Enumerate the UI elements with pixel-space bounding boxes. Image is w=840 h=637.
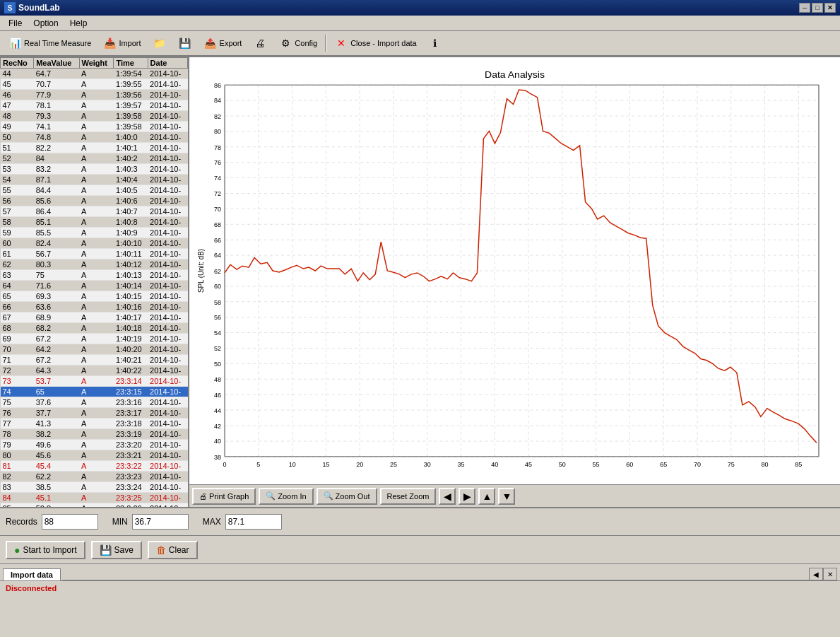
min-value[interactable] (132, 514, 189, 530)
cell-weight: A (79, 185, 114, 196)
svg-text:54: 54 (214, 330, 221, 337)
menu-help[interactable]: Help (64, 17, 93, 30)
cell-time: 1:40:5 (114, 185, 148, 196)
minimize-button[interactable]: ─ (799, 3, 810, 13)
restore-button[interactable]: □ (812, 3, 823, 13)
table-row[interactable]: 4677.9A1:39:562014-10- (1, 90, 188, 100)
col-time: Time (114, 58, 148, 69)
tab-import-data[interactable]: Import data (3, 568, 61, 580)
nav-down-button[interactable]: ▼ (498, 488, 515, 505)
config-button[interactable]: ⚙ Config (273, 33, 322, 53)
table-row[interactable]: 8262.2A23:3:232014-10- (1, 472, 188, 482)
table-row[interactable]: 8445.1A23:3:252014-10- (1, 493, 188, 503)
print-button[interactable]: 🖨 (248, 33, 272, 53)
table-row[interactable]: 7537.6A23:3:162014-10- (1, 397, 188, 408)
nav-right-button[interactable]: ▶ (459, 488, 475, 505)
cell-time: 1:40:13 (114, 270, 148, 281)
table-row[interactable]: 6156.7A1:40:112014-10- (1, 249, 188, 259)
cell-value: 45.1 (34, 493, 79, 503)
cell-weight: A (79, 69, 114, 79)
cell-weight: A (79, 366, 114, 376)
table-row[interactable]: 8145.4A23:3:222014-10- (1, 461, 188, 472)
max-value[interactable] (225, 514, 282, 530)
table-row[interactable]: 7741.3A23:3:182014-10- (1, 419, 188, 429)
svg-text:70: 70 (214, 206, 221, 213)
table-row[interactable]: 5182.2A1:40:12014-10- (1, 143, 188, 153)
table-row[interactable]: 5584.4A1:40:52014-10- (1, 185, 188, 196)
cell-value: 38.5 (34, 482, 79, 493)
table-row[interactable]: 5786.4A1:40:72014-10- (1, 206, 188, 217)
save-btn-icon: 💾 (100, 544, 112, 556)
table-row[interactable]: 7064.2A1:40:202014-10- (1, 344, 188, 355)
table-row[interactable]: 6280.3A1:40:122014-10- (1, 259, 188, 270)
table-row[interactable]: 8550.8A23:3:262014-10- (1, 503, 188, 508)
import-button[interactable]: 📥 Import (97, 33, 146, 53)
table-row[interactable]: 5383.2A1:40:32014-10- (1, 164, 188, 175)
svg-text:58: 58 (214, 299, 221, 306)
cell-recno: 65 (1, 291, 34, 302)
table-row[interactable]: 5885.1A1:40:82014-10- (1, 217, 188, 228)
table-row[interactable]: 6967.2A1:40:192014-10- (1, 334, 188, 344)
table-row[interactable]: 5685.6A1:40:62014-10- (1, 196, 188, 206)
close-import-button[interactable]: ✕ Close - Import data (329, 33, 422, 53)
table-row[interactable]: 5284A1:40:22014-10- (1, 153, 188, 164)
table-row[interactable]: 5985.5A1:40:92014-10- (1, 228, 188, 238)
export-button[interactable]: 📤 Export (199, 33, 247, 53)
table-row[interactable]: 6082.4A1:40:102014-10- (1, 238, 188, 249)
table-row[interactable]: 6768.9A1:40:172014-10- (1, 312, 188, 323)
start-import-button[interactable]: ● Start to Import (6, 541, 85, 559)
nav-up-button[interactable]: ▲ (478, 488, 495, 505)
table-row[interactable]: 7637.7A23:3:172014-10- (1, 408, 188, 419)
table-row[interactable]: 4778.1A1:39:572014-10- (1, 100, 188, 111)
table-row[interactable]: 6471.6A1:40:142014-10- (1, 281, 188, 291)
table-row[interactable]: 7949.6A23:3:202014-10- (1, 440, 188, 450)
table-row[interactable]: 4464.7A1:39:542014-10- (1, 69, 188, 79)
menu-option[interactable]: Option (28, 17, 64, 30)
tab-scroll-left[interactable]: ◀ (809, 568, 823, 580)
table-row[interactable]: 7838.2A23:3:192014-10- (1, 429, 188, 440)
table-row[interactable]: 4570.7A1:39:552014-10- (1, 79, 188, 90)
zoom-in-button[interactable]: 🔍 Zoom In (259, 488, 313, 505)
clear-button[interactable]: 🗑 Clear (148, 541, 198, 559)
nav-left-button[interactable]: ◀ (439, 488, 456, 505)
save-toolbar-button[interactable]: 💾 (173, 33, 197, 53)
cell-date: 2014-10- (148, 122, 187, 132)
zoom-out-button[interactable]: 🔍 Zoom Out (317, 488, 377, 505)
table-row[interactable]: 6569.3A1:40:152014-10- (1, 291, 188, 302)
records-value[interactable] (42, 514, 98, 530)
svg-text:84: 84 (214, 98, 221, 105)
table-scroll[interactable]: RecNo MeaValue Weight Time Date 4464.7A1… (0, 57, 188, 507)
table-row[interactable]: 4974.1A1:39:582014-10- (1, 122, 188, 132)
info-button[interactable]: ℹ (423, 33, 447, 53)
cell-weight: A (79, 259, 114, 270)
cell-weight: A (79, 482, 114, 493)
table-row[interactable]: 6375A1:40:132014-10- (1, 270, 188, 281)
print-graph-button[interactable]: 🖨 Print Graph (192, 488, 256, 505)
table-row[interactable]: 7167.2A1:40:212014-10- (1, 355, 188, 366)
close-import-label: Close - Import data (350, 39, 417, 47)
table-row[interactable]: 4879.3A1:39:582014-10- (1, 111, 188, 122)
menu-file[interactable]: File (3, 17, 28, 30)
svg-text:25: 25 (390, 462, 397, 469)
table-row[interactable]: 5487.1A1:40:42014-10- (1, 175, 188, 185)
save-button[interactable]: 💾 Save (91, 541, 142, 559)
close-button[interactable]: ✕ (824, 3, 836, 13)
table-row[interactable]: 7264.3A1:40:222014-10- (1, 366, 188, 376)
table-row[interactable]: 5074.8A1:40:02014-10- (1, 132, 188, 143)
table-row[interactable]: 8045.6A23:3:212014-10- (1, 450, 188, 461)
tab-close[interactable]: ✕ (823, 568, 837, 580)
table-row[interactable]: 6868.2A1:40:182014-10- (1, 323, 188, 334)
table-row[interactable]: 7353.7A23:3:142014-10- (1, 376, 188, 387)
data-table-area: RecNo MeaValue Weight Time Date 4464.7A1… (0, 57, 189, 507)
app-icon: S (4, 2, 16, 13)
reset-zoom-button[interactable]: Reset Zoom (380, 488, 437, 505)
cell-value: 85.1 (34, 217, 79, 228)
open-button[interactable]: 📁 (148, 33, 172, 53)
table-row[interactable]: 7465A23:3:152014-10- (1, 387, 188, 397)
cell-recno: 81 (1, 461, 34, 472)
cell-time: 1:40:6 (114, 196, 148, 206)
real-time-measure-button[interactable]: 📊 Real Time Measure (3, 33, 96, 53)
table-row[interactable]: 6663.6A1:40:162014-10- (1, 302, 188, 312)
cell-date: 2014-10- (148, 472, 187, 482)
table-row[interactable]: 8338.5A23:3:242014-10- (1, 482, 188, 493)
